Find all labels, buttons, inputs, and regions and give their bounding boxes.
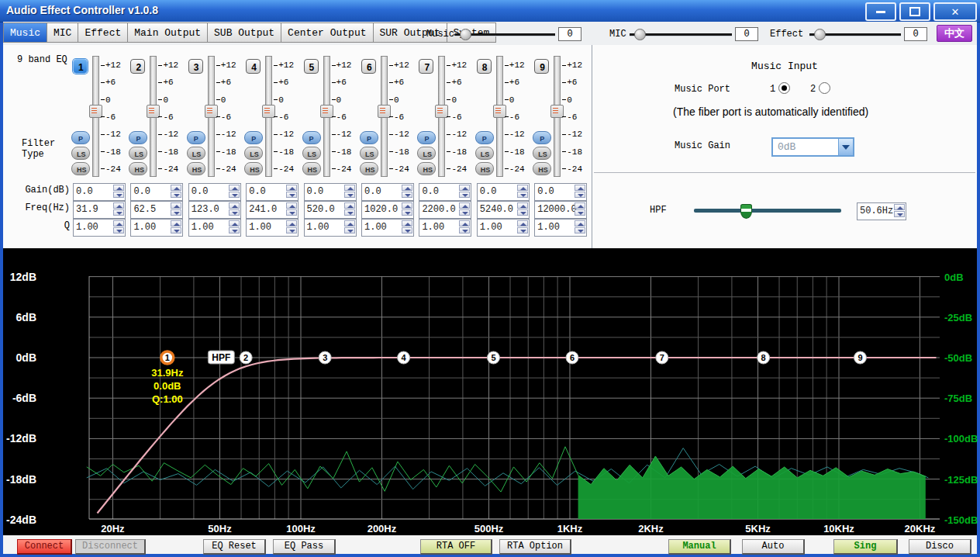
music-master-slider[interactable] [455,33,555,36]
band-5-filter-low-shelf-button[interactable]: LS [302,147,321,160]
spinner[interactable] [171,185,181,198]
spin-down-icon[interactable] [229,192,240,198]
spin-down-icon[interactable] [402,227,412,234]
spin-up-icon[interactable] [459,220,470,227]
spin-down-icon[interactable] [286,192,297,198]
spin-up-icon[interactable] [575,220,585,227]
spin-up-icon[interactable] [286,185,297,191]
tab-music[interactable]: Music [3,22,47,43]
band-9-filter-high-shelf-button[interactable]: HS [533,162,551,175]
band-6-gain-slider[interactable] [381,56,388,177]
spinner[interactable] [575,185,585,198]
hpf-slider[interactable] [694,209,841,213]
language-button[interactable]: 中文 [937,25,972,42]
band-6-filter-low-shelf-button[interactable]: LS [360,147,378,160]
band-1-filter-high-shelf-button[interactable]: HS [71,162,90,175]
spin-down-icon[interactable] [229,227,240,234]
band-9-q-field[interactable]: 1.00 [534,219,587,237]
spin-down-icon[interactable] [459,192,470,198]
rta-off-button[interactable]: RTA OFF [420,539,492,555]
hpf-value-field[interactable]: 50.6Hz [857,202,906,220]
band-8-gain-slider[interactable] [496,56,503,177]
spin-down-icon[interactable] [517,209,528,216]
band-2-q-field[interactable]: 1.00 [130,219,183,237]
band-7-filter-high-shelf-button[interactable]: HS [417,162,436,175]
spin-down-icon[interactable] [286,227,297,234]
sing-button[interactable]: Sing [833,539,898,555]
spin-up-icon[interactable] [575,202,585,209]
band-8-select-button[interactable]: 8 [477,59,492,74]
spinner[interactable] [344,185,355,198]
band-2-gain-slider[interactable] [150,56,157,177]
spin-down-icon[interactable] [575,192,585,198]
spinner[interactable] [459,220,470,234]
spin-down-icon[interactable] [402,209,412,216]
spin-up-icon[interactable] [286,202,297,209]
spinner[interactable] [229,202,240,216]
music-master-slider-thumb[interactable] [460,29,471,40]
band-5-freq-field[interactable]: 520.0 [304,201,357,219]
tab-main-output[interactable]: Main Output [127,22,208,43]
spin-up-icon[interactable] [344,202,355,209]
spinner[interactable] [286,220,297,234]
spin-up-icon[interactable] [459,185,470,191]
music-master-value[interactable]: 0 [558,27,581,41]
dropdown-arrow-icon[interactable] [838,139,853,155]
minimize-button[interactable] [865,2,896,21]
spin-down-icon[interactable] [113,192,124,198]
spin-up-icon[interactable] [402,185,412,191]
band-5-gain-field[interactable]: 0.0 [304,183,357,201]
spin-down-icon[interactable] [344,227,355,234]
spin-down-icon[interactable] [459,227,470,234]
band-2-gain-field[interactable]: 0.0 [130,183,183,201]
band-8-filter-low-shelf-button[interactable]: LS [475,147,494,160]
spinner[interactable] [517,220,528,234]
spin-down-icon[interactable] [575,209,585,216]
band-9-freq-field[interactable]: 12000.0 [534,201,587,219]
band-7-select-button[interactable]: 7 [419,59,433,74]
band-6-filter-high-shelf-button[interactable]: HS [360,162,378,175]
band-6-freq-field[interactable]: 1020.0 [361,201,414,219]
band-7-gain-field[interactable]: 0.0 [419,183,471,201]
band-5-filter-high-shelf-button[interactable]: HS [302,162,321,175]
band-8-freq-field[interactable]: 5240.0 [477,201,530,219]
band-3-gain-slider[interactable] [208,56,215,177]
spin-up-icon[interactable] [171,202,181,209]
band-2-filter-peak-button[interactable]: P [129,131,147,144]
band-3-gain-field[interactable]: 0.0 [188,183,241,201]
spinner[interactable] [575,202,585,216]
effect-master-slider-thumb[interactable] [814,29,826,40]
band-2-freq-field[interactable]: 62.5 [130,201,183,219]
eq-pass-button[interactable]: EQ Pass [273,539,336,555]
spinner[interactable] [229,185,240,198]
band-5-filter-peak-button[interactable]: P [302,131,321,144]
band-8-filter-peak-button[interactable]: P [475,131,494,144]
band-1-q-field[interactable]: 1.00 [73,219,126,237]
spin-up-icon[interactable] [517,220,528,227]
band-2-select-button[interactable]: 2 [130,59,145,74]
spin-up-icon[interactable] [344,220,355,227]
tab-sub-output[interactable]: SUB Output [207,22,281,43]
spin-down-icon[interactable] [229,209,240,216]
spin-up-icon[interactable] [171,185,181,191]
spin-up-icon[interactable] [229,202,240,209]
spin-down-icon[interactable] [171,209,181,216]
band-8-q-field[interactable]: 1.00 [477,219,530,237]
spinner[interactable] [517,202,528,216]
band-1-gain-slider[interactable] [92,56,99,177]
manual-button[interactable]: Manual [668,539,731,555]
band-3-filter-low-shelf-button[interactable]: LS [187,147,205,160]
band-7-filter-low-shelf-button[interactable]: LS [417,147,436,160]
auto-button[interactable]: Auto [742,539,805,555]
port1-radio[interactable] [778,82,790,94]
band-4-gain-slider[interactable] [265,56,272,177]
spin-down-icon[interactable] [171,192,181,198]
band-4-select-button[interactable]: 4 [246,59,261,74]
band-4-gain-field[interactable]: 0.0 [246,183,298,201]
music-gain-dropdown[interactable]: 0dB [771,137,854,157]
band-9-select-button[interactable]: 9 [534,59,549,74]
spin-up-icon[interactable] [229,220,240,227]
band-5-select-button[interactable]: 5 [304,59,319,74]
spin-up-icon[interactable] [286,220,297,227]
band-2-filter-low-shelf-button[interactable]: LS [129,147,147,160]
